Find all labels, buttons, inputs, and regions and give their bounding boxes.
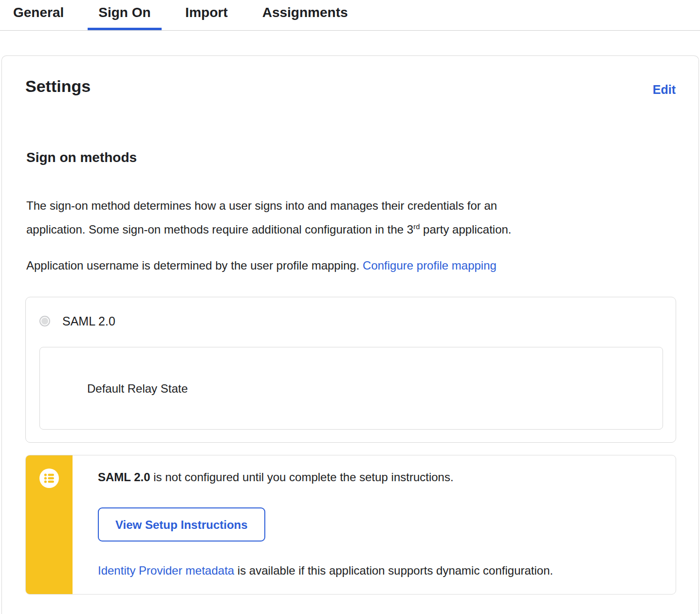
tab-general[interactable]: General <box>2 4 74 30</box>
page-title: Settings <box>25 76 91 96</box>
callout-message-bold: SAML 2.0 <box>98 470 150 484</box>
saml-radio-button[interactable] <box>39 316 50 326</box>
saml-not-configured-callout: SAML 2.0 is not configured until you com… <box>25 455 676 595</box>
callout-body: SAML 2.0 is not configured until you com… <box>73 455 572 594</box>
default-relay-state-label: Default Relay State <box>87 381 188 396</box>
tab-import-label: Import <box>185 5 228 20</box>
list-icon <box>39 469 59 488</box>
tab-assignments[interactable]: Assignments <box>252 4 359 30</box>
view-setup-instructions-button[interactable]: View Setup Instructions <box>98 507 265 542</box>
settings-card: Settings Edit Sign on methods The sign-o… <box>1 55 699 614</box>
edit-link[interactable]: Edit <box>653 82 676 97</box>
default-relay-state-box: Default Relay State <box>39 347 663 430</box>
identity-provider-metadata-link[interactable]: Identity Provider metadata <box>98 564 234 577</box>
callout-message: SAML 2.0 is not configured until you com… <box>98 470 553 484</box>
tab-sign-on-label: Sign On <box>98 5 150 20</box>
sign-on-methods-title: Sign on methods <box>26 149 676 165</box>
application-username-note: Application username is determined by th… <box>26 253 676 277</box>
tab-import[interactable]: Import <box>175 4 239 30</box>
tab-bar: General Sign On Import Assignments <box>0 0 700 31</box>
tab-assignments-label: Assignments <box>262 5 348 20</box>
app-settings-page: General Sign On Import Assignments Setti… <box>0 0 700 614</box>
saml-radio-row: SAML 2.0 <box>39 314 663 328</box>
description-line-1: The sign-on method determines how a user… <box>26 194 659 217</box>
tab-sign-on[interactable]: Sign On <box>88 4 161 30</box>
sign-on-methods-description: The sign-on method determines how a user… <box>26 194 659 241</box>
description-line-2: application. Some sign-on methods requir… <box>26 217 659 241</box>
identity-provider-metadata-note: Identity Provider metadata is available … <box>98 563 553 578</box>
settings-card-header: Settings Edit <box>25 76 676 97</box>
ordinal-superscript: rd <box>413 223 420 231</box>
configure-profile-mapping-link[interactable]: Configure profile mapping <box>363 259 497 272</box>
callout-accent-bar <box>26 455 73 594</box>
tab-general-label: General <box>13 5 64 20</box>
saml-radio-label: SAML 2.0 <box>62 314 115 328</box>
saml-option-box: SAML 2.0 Default Relay State <box>25 297 676 443</box>
